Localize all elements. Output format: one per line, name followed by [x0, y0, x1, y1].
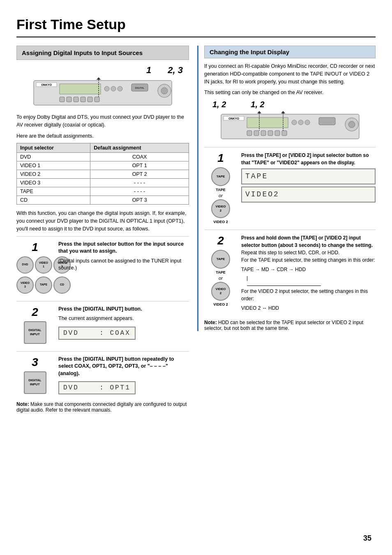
table-row: VIDEO 3- - - - — [17, 179, 189, 187]
display-box-3: DVD : OPT1 — [58, 381, 136, 394]
table-header-assignment: Default assignment — [90, 143, 189, 153]
table-row-input: CD — [17, 196, 90, 205]
left-body-text-2: Here are the default assignments. — [16, 132, 189, 140]
table-header-input: Input selector — [17, 143, 90, 153]
diag-label-23: 2, 3 — [168, 65, 183, 76]
svg-rect-23 — [88, 97, 92, 102]
tape-label-right-2: TAPE — [204, 270, 237, 274]
table-row: TAPE- - - - — [17, 187, 189, 196]
right-step-2-number: 2 — [217, 234, 224, 247]
left-note-label: Note: — [16, 401, 29, 407]
svg-rect-21 — [74, 97, 78, 102]
page-title: First Time Setup — [16, 16, 376, 32]
right-note-text: HDD can be selected for the TAPE input s… — [204, 320, 363, 331]
video2-sequence: VIDEO 2 ↔ HDD — [241, 304, 376, 312]
left-step-1: 1 DVD VIDEO1 VIDEO2 VIDEO3 TAPE CD Press… — [16, 236, 189, 295]
display-box-2: DVD : COAX — [58, 327, 136, 340]
right-step-2-note2: For the TAPE input selector, the setting… — [241, 256, 376, 264]
left-body-text-3: With this function, you can change the d… — [16, 210, 189, 233]
svg-point-16 — [104, 86, 109, 91]
svg-point-35 — [292, 120, 297, 125]
table-row: VIDEO 1OPT 1 — [17, 161, 189, 170]
table-row: CDOPT 3 — [17, 196, 189, 205]
right-step-2-left: 2 TAPE TAPE or VIDEO2 VIDEO 2 — [204, 234, 237, 306]
right-note: Note: HDD can be selected for the TAPE i… — [204, 320, 376, 331]
svg-rect-15 — [60, 84, 101, 94]
right-diag-label-12b: 1, 2 — [251, 100, 264, 109]
cd-button[interactable]: CD — [53, 276, 71, 294]
left-section-header: Assigning Digital Inputs to Input Source… — [16, 46, 189, 60]
tape-button-left[interactable]: TAPE — [35, 276, 52, 294]
svg-text:ONKYO: ONKYO — [228, 117, 239, 120]
right-note-label: Note: — [204, 320, 217, 325]
tape-sequence: TAPE → MD → CDR → HDD — [241, 266, 376, 273]
right-step-1-title: Press the [TAPE] or [VIDEO 2] input sele… — [241, 152, 369, 166]
right-step-1-number: 1 — [217, 152, 224, 164]
left-note-text: Make sure that components connected digi… — [16, 401, 187, 413]
table-row-input: VIDEO 3 — [17, 179, 90, 187]
or-label-2: or — [204, 276, 237, 281]
diagram-labels: 1 2, 3 — [16, 65, 189, 76]
video3-button[interactable]: VIDEO3 — [16, 276, 34, 294]
tape-display-video2: VIDEO2 — [241, 187, 376, 203]
tape-button-right-2[interactable]: TAPE — [211, 250, 230, 269]
tape-display-1: TAPE — [241, 168, 376, 184]
right-receiver-diagram: ONKYO — [204, 110, 376, 143]
right-step-1-right: Press the [TAPE] or [VIDEO 2] input sele… — [241, 152, 376, 204]
table-row-assignment: OPT 3 — [90, 196, 189, 205]
right-diag-labels: 1, 2 1, 2 — [204, 100, 376, 109]
right-diag-label-12a: 1, 2 — [212, 100, 226, 109]
left-body-text-1: To enjoy Dolby Digital and DTS, you must… — [16, 113, 189, 129]
video2-button-right-2[interactable]: VIDEO2 — [211, 282, 230, 301]
svg-rect-22 — [81, 97, 85, 102]
tape-button-right-1[interactable]: TAPE — [211, 167, 230, 186]
svg-text:ONKYO: ONKYO — [41, 83, 52, 86]
step-3-number: 3 — [32, 356, 38, 368]
digital-input-button-2[interactable]: DIGITALINPUT — [24, 321, 46, 344]
svg-marker-29 — [97, 77, 101, 80]
receiver-svg: ONKYO DIGITAL — [33, 76, 173, 109]
svg-point-18 — [118, 86, 122, 91]
video2-label-right-1: VIDEO 2 — [204, 220, 237, 224]
right-step-2-note3: For the VIDEO 2 input selector, the sett… — [241, 288, 376, 302]
video2-button-right-1[interactable]: VIDEO2 — [211, 199, 230, 218]
svg-rect-39 — [254, 131, 259, 136]
left-step-3-right: Press the [DIGITAL INPUT] button repeate… — [58, 356, 189, 395]
digital-input-button-3[interactable]: DIGITALINPUT — [24, 371, 46, 394]
right-col-wrapper: Changing the Input Display If you connec… — [197, 46, 376, 331]
or-label-1: or — [204, 193, 237, 198]
svg-point-37 — [305, 120, 310, 125]
svg-rect-19 — [60, 97, 65, 102]
step-2-number: 2 — [32, 306, 38, 318]
step-3-title: Press the [DIGITAL INPUT] button repeate… — [58, 356, 174, 376]
left-step-1-left: 1 DVD VIDEO1 VIDEO2 VIDEO3 TAPE CD — [16, 241, 53, 295]
svg-rect-42 — [275, 131, 280, 136]
svg-point-17 — [111, 86, 116, 91]
svg-rect-24 — [95, 97, 99, 102]
table-row-input: VIDEO 2 — [17, 170, 90, 179]
svg-rect-41 — [268, 131, 273, 136]
dvd-button[interactable]: DVD — [16, 256, 34, 274]
table-row-input: DVD — [17, 153, 90, 161]
tape-label-right-1: TAPE — [204, 188, 237, 192]
svg-point-46 — [348, 121, 355, 128]
step-2-note: The current assignment appears. — [58, 315, 189, 322]
svg-marker-49 — [281, 111, 285, 113]
left-column: Assigning Digital Inputs to Input Source… — [16, 46, 189, 413]
right-step-2-title: Press and hold down the [TAPE] or [VIDEO… — [241, 235, 373, 248]
receiver-diagram: ONKYO DIGITAL — [16, 76, 189, 109]
right-body-text-1: If you connect an RI-capable Onkyo MiniD… — [204, 62, 376, 85]
right-step-1-left: 1 TAPE TAPE or VIDEO2 VIDEO 2 — [204, 152, 237, 224]
left-step-1-right: Press the input selector button for the … — [58, 241, 189, 274]
step-1-number: 1 — [32, 241, 38, 253]
table-row-input: VIDEO 1 — [17, 161, 90, 170]
video1-button[interactable]: VIDEO1 — [35, 256, 52, 274]
svg-marker-47 — [257, 111, 261, 113]
table-row-assignment: - - - - — [90, 187, 189, 196]
input-table: Input selector Default assignment DVDCOA… — [16, 143, 189, 205]
left-note: Note: Make sure that components connecte… — [16, 401, 189, 413]
left-step-2-left: 2 DIGITALINPUT — [16, 306, 53, 345]
left-step-3-left: 3 DIGITALINPUT — [16, 356, 53, 396]
diag-label-1: 1 — [146, 65, 151, 76]
right-body-text-2: This setting can only be changed on the … — [204, 89, 376, 97]
